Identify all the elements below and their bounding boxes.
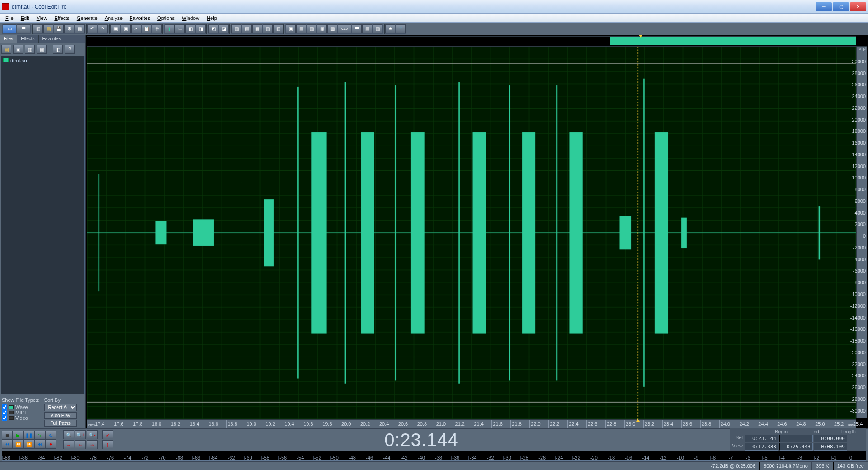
window-organizer-button[interactable]: ▣: [286, 24, 296, 33]
zoom-horiz-button[interactable]: 🔍: [63, 430, 74, 439]
stop-button[interactable]: ◼: [2, 431, 13, 440]
ruler-custom-button[interactable]: ▨: [273, 24, 283, 33]
options-button[interactable]: ★: [385, 24, 395, 33]
forward-button[interactable]: ⏩: [24, 440, 34, 449]
spectral-view-button[interactable]: ◩: [208, 24, 218, 33]
waveform-area: smpl300002800026000240002200020000180001…: [86, 35, 868, 428]
ruler-samples-button[interactable]: ▧: [263, 24, 273, 33]
menu-generate[interactable]: Generate: [73, 14, 101, 22]
open-file-button[interactable]: ▤: [43, 24, 53, 33]
close-button[interactable]: ✕: [850, 2, 866, 11]
organizer-insert-button[interactable]: ▥: [25, 45, 35, 54]
window-level-button[interactable]: ☰: [352, 24, 362, 33]
show-types-label: Show File Types:: [2, 397, 40, 403]
organizer-tab-effects[interactable]: Effects: [17, 35, 38, 43]
goto-start-button[interactable]: ⏮: [2, 440, 13, 449]
organizer-open-button[interactable]: ▤: [1, 45, 11, 54]
mode-multitrack-button[interactable]: ☰: [17, 24, 30, 33]
help-button[interactable]: ?: [396, 24, 406, 33]
window-zoom-button[interactable]: ▤: [362, 24, 372, 33]
window-cues-button[interactable]: ▤: [296, 24, 306, 33]
zoom-out-button[interactable]: 🔍-: [87, 430, 98, 439]
menu-effects[interactable]: Effects: [51, 14, 73, 22]
menu-favorites[interactable]: Favorites: [126, 14, 154, 22]
save-file-button[interactable]: 💾: [54, 24, 64, 33]
menu-window[interactable]: Window: [178, 14, 203, 22]
time-display[interactable]: 0:23.144: [117, 430, 726, 450]
zoom-sel-button[interactable]: ⤢: [102, 430, 113, 439]
paste-button[interactable]: 📋: [142, 24, 151, 33]
status-size: 396 K: [812, 462, 833, 470]
maximize-button[interactable]: ▢: [833, 2, 849, 11]
menu-analyze[interactable]: Analyze: [101, 14, 126, 22]
record-button[interactable]: ●: [45, 440, 56, 449]
menu-help[interactable]: Help: [203, 14, 221, 22]
file-name: dtmf.au: [10, 58, 27, 63]
cut-button[interactable]: ✂: [131, 24, 141, 33]
time-ruler[interactable]: hmshms17.417.617.818.018.218.418.618.819…: [87, 419, 856, 428]
ruler-smpte-button[interactable]: ▦: [252, 24, 262, 33]
menu-edit[interactable]: Edit: [17, 14, 33, 22]
menu-options[interactable]: Options: [154, 14, 178, 22]
settings-button[interactable]: ⚙: [64, 24, 74, 33]
new-file-button[interactable]: ▨: [33, 24, 43, 33]
waveform-canvas[interactable]: [87, 46, 856, 419]
autoplay-button[interactable]: Auto-Play: [44, 412, 77, 419]
convert-button[interactable]: ◧: [185, 24, 195, 33]
mix-paste-button[interactable]: ⊕: [152, 24, 162, 33]
zoom-left-button[interactable]: ⇤: [75, 440, 86, 449]
play-sel-button[interactable]: ▷: [34, 431, 45, 440]
overview-bar[interactable]: [87, 36, 856, 45]
convert2-button[interactable]: ◨: [196, 24, 206, 33]
overview-cursor-icon: [639, 35, 642, 38]
waveform-view-button[interactable]: ◪: [219, 24, 229, 33]
organizer-options-button[interactable]: ◧: [53, 45, 63, 54]
zoom-in-button[interactable]: 🔍+: [75, 430, 86, 439]
rewind-button[interactable]: ⏪: [13, 440, 24, 449]
redo-button[interactable]: ↷: [98, 24, 108, 33]
organizer-tab-files[interactable]: Files: [0, 35, 17, 43]
filetype-video-check[interactable]: Video: [2, 415, 40, 421]
organizer-tabs: FilesEffectsFavorites: [0, 35, 85, 43]
organizer-edit-button[interactable]: ▦: [37, 45, 47, 54]
copy-button[interactable]: ▣: [110, 24, 120, 33]
zoom-full-button[interactable]: ↔: [63, 440, 74, 449]
organizer-close-button[interactable]: ▣: [13, 45, 23, 54]
zoom-right-button[interactable]: ⇥: [87, 440, 98, 449]
organizer-tab-favorites[interactable]: Favorites: [39, 35, 65, 43]
file-list[interactable]: dtmf.au: [1, 56, 85, 394]
window-placekeeper-button[interactable]: ▥: [373, 24, 382, 33]
fullpaths-button[interactable]: Full Paths: [44, 420, 77, 427]
window-sel-button[interactable]: ▧: [327, 24, 337, 33]
filetype-midi-check[interactable]: MIDI: [2, 410, 40, 415]
goto-end-button[interactable]: ⏭: [34, 440, 45, 449]
window-bigtime-button[interactable]: 0:15: [338, 24, 351, 33]
loop-button[interactable]: ↻: [45, 431, 56, 440]
copy-new-button[interactable]: ▣: [121, 24, 131, 33]
level-meter[interactable]: -88-86-84-82-80-78-76-74-72-70-68-66-64-…: [2, 451, 866, 461]
status-bar: -72.2dB @ 0:25.006 8000 ?16-bit ?Mono 39…: [0, 461, 868, 470]
ruler-decimal-button[interactable]: ▤: [242, 24, 252, 33]
minimize-button[interactable]: ─: [816, 2, 832, 11]
window-time-button[interactable]: ▦: [317, 24, 327, 33]
silence-button[interactable]: ▭: [175, 24, 185, 33]
menu-file[interactable]: File: [2, 14, 17, 22]
menu-view[interactable]: View: [33, 14, 51, 22]
toolbar-strip: ▭ ☰ ▨ ▤ 💾 ⚙ ▦ ↶ ↷ ▣ ▣ ✂ 📋 ⊕ ▮ ▭ ◧ ◨ ◩ ◪ …: [0, 23, 868, 35]
sort-select[interactable]: Recent Ac: [44, 404, 77, 411]
filetype-wave-check[interactable]: Wave: [2, 404, 40, 410]
file-item[interactable]: dtmf.au: [2, 57, 83, 64]
bottom-dock: ◼ ▶ ❚❚ ▷ ↻ ⏮ ⏪ ⏩ ⏭ ● 🔍 🔍+ 🔍- ⤢: [0, 428, 868, 470]
zoom-vert-button[interactable]: ⇕: [102, 440, 113, 449]
amplitude-ruler[interactable]: smpl300002800026000240002200020000180001…: [856, 46, 867, 418]
pause-button[interactable]: ❚❚: [24, 431, 34, 440]
batch-button[interactable]: ▦: [75, 24, 85, 33]
undo-button[interactable]: ↶: [87, 24, 97, 33]
window-transport-button[interactable]: ▥: [307, 24, 316, 33]
play-button[interactable]: ▶: [13, 431, 24, 440]
mode-singletrack-button[interactable]: ▭: [3, 24, 16, 33]
ruler-bars-button[interactable]: ▥: [231, 24, 241, 33]
trim-button[interactable]: ▮: [165, 24, 175, 33]
app-icon: [2, 3, 9, 10]
organizer-help-button[interactable]: ?: [65, 45, 75, 54]
